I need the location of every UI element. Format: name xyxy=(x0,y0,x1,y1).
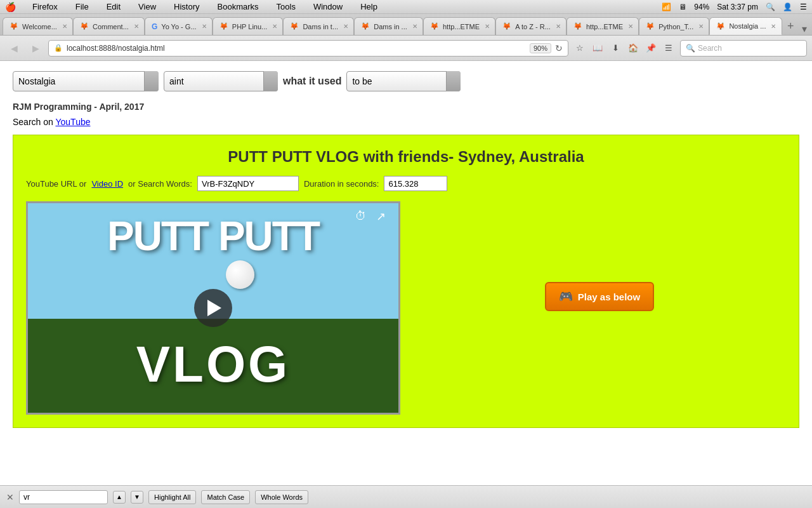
menu-edit[interactable]: Edit xyxy=(103,2,124,11)
verb-select-wrapper: aint ▲▼ xyxy=(164,71,278,91)
tab-favicon: 🦊 xyxy=(502,22,511,30)
tab-list-button[interactable]: ▾ xyxy=(799,23,809,35)
thumb-vlog: VLOG xyxy=(28,335,398,394)
reload-button[interactable]: ↻ xyxy=(555,43,563,53)
new-tab-button[interactable]: + xyxy=(782,17,799,35)
apple-menu[interactable]: 🍎 xyxy=(5,2,16,12)
menu-window[interactable]: Window xyxy=(310,2,346,11)
menu-view[interactable]: View xyxy=(134,2,160,11)
menu-tools[interactable]: Tools xyxy=(273,2,299,11)
tab-favicon-g: G xyxy=(152,22,157,31)
forward-button[interactable]: ▶ xyxy=(27,39,44,57)
search-bar[interactable]: 🔍 Search xyxy=(680,40,807,57)
tab-close-http1[interactable]: ✕ xyxy=(485,23,490,30)
tab-favicon: 🦊 xyxy=(290,22,299,30)
menu-list-icon[interactable]: ☰ xyxy=(800,3,807,11)
tab-close-welcome[interactable]: ✕ xyxy=(62,23,67,30)
tab-favicon: 🦊 xyxy=(716,22,725,30)
video-section: PUTT PUTT VLOG with friends- Sydney, Aus… xyxy=(13,135,799,428)
tab-dams1[interactable]: 🦊 Dams in t... ✕ xyxy=(283,17,354,35)
tab-python[interactable]: 🦊 Python_T... ✕ xyxy=(639,17,709,35)
duration-label: Duration in seconds: xyxy=(304,179,379,189)
duration-input[interactable] xyxy=(384,176,447,191)
tab-close-dams1[interactable]: ✕ xyxy=(343,23,348,30)
verb-select[interactable]: aint xyxy=(164,71,278,91)
tab-close-dams2[interactable]: ✕ xyxy=(412,23,417,30)
youtube-link-row: Search on YouTube xyxy=(13,117,799,127)
hamburger-menu[interactable]: ☰ xyxy=(661,41,676,56)
menu-bookmarks[interactable]: Bookmarks xyxy=(214,2,263,11)
menu-file[interactable]: File xyxy=(72,2,93,11)
lock-icon: 🔒 xyxy=(54,44,63,52)
video-title: PUTT PUTT VLOG with friends- Sydney, Aus… xyxy=(26,148,786,166)
highlight-all-button[interactable]: Highlight All xyxy=(148,490,196,504)
tab-atoz[interactable]: 🦊 A to Z - R... ✕ xyxy=(495,17,566,35)
find-prev-button[interactable]: ▲ xyxy=(113,491,126,504)
menu-help[interactable]: Help xyxy=(357,2,381,11)
home-button[interactable]: 🏠 xyxy=(625,41,641,56)
clock: Sat 3:37 pm xyxy=(717,3,758,11)
play-btn-label: Play as below xyxy=(578,291,640,302)
tab-google[interactable]: G Yo Yo - G... ✕ xyxy=(145,17,213,35)
search-icon: 🔍 xyxy=(686,44,695,53)
match-case-button[interactable]: Match Case xyxy=(201,490,250,504)
reading-mode-icon[interactable]: 📖 xyxy=(590,41,605,56)
address-bar[interactable]: 🔒 localhost:8888/nostalgia.html 90% ↻ xyxy=(48,40,568,57)
bookmark-star-icon[interactable]: ☆ xyxy=(572,41,587,56)
share-icon: ↗ xyxy=(376,210,386,224)
tab-close-php[interactable]: ✕ xyxy=(272,23,277,30)
gamepad-icon: 🎮 xyxy=(559,290,573,304)
menu-firefox[interactable]: Firefox xyxy=(29,2,62,11)
user-icon[interactable]: 👤 xyxy=(783,3,792,11)
menu-history[interactable]: History xyxy=(170,2,203,11)
menubar: 🍎 Firefox File Edit View History Bookmar… xyxy=(0,0,812,14)
tab-close-atoz[interactable]: ✕ xyxy=(556,23,561,30)
play-as-below-button[interactable]: 🎮 Play as below xyxy=(545,282,654,311)
screen-icon: 🖥 xyxy=(679,3,686,11)
navigation-bar: ◀ ▶ 🔒 localhost:8888/nostalgia.html 90% … xyxy=(0,36,812,61)
video-thumbnail-wrapper: PUTT PUTT VLOG ⏱ ↗ xyxy=(26,201,400,415)
tab-favicon: 🦊 xyxy=(646,22,655,30)
controls-row: Nostalgia ▲▼ aint ▲▼ what it used to be … xyxy=(13,71,799,91)
zoom-level[interactable]: 90% xyxy=(530,43,551,53)
tab-favicon: 🦊 xyxy=(10,22,18,30)
find-toolbar: ✕ ▲ ▼ Highlight All Match Case Whole Wor… xyxy=(0,485,812,508)
category-select[interactable]: Nostalgia xyxy=(13,71,159,91)
tab-nostalgia[interactable]: 🦊 Nostalgia ... ✕ xyxy=(709,17,782,35)
page-author: RJM Programming - April, 2017 xyxy=(13,102,799,112)
play-button[interactable] xyxy=(194,289,232,327)
tab-favicon: 🦊 xyxy=(361,22,370,30)
tab-comment[interactable]: 🦊 Comment... ✕ xyxy=(73,17,145,35)
whole-words-button[interactable]: Whole Words xyxy=(255,490,308,504)
tab-close-http2[interactable]: ✕ xyxy=(628,23,633,30)
page-content: Nostalgia ▲▼ aint ▲▼ what it used to be … xyxy=(0,61,812,485)
tobe-select[interactable]: to be xyxy=(346,71,461,91)
tab-close-python[interactable]: ✕ xyxy=(698,23,704,30)
video-url-row: YouTube URL or Video ID or Search Words:… xyxy=(26,176,786,191)
url-label: YouTube URL or xyxy=(26,179,86,189)
tab-welcome[interactable]: 🦊 Welcome... ✕ xyxy=(3,17,73,35)
youtube-link[interactable]: YouTube xyxy=(55,117,90,127)
find-close-button[interactable]: ✕ xyxy=(6,492,14,502)
tab-close-nostalgia[interactable]: ✕ xyxy=(771,23,776,30)
video-id-link[interactable]: Video ID xyxy=(91,179,123,189)
back-button[interactable]: ◀ xyxy=(5,39,23,57)
tab-favicon: 🦊 xyxy=(430,22,439,30)
golf-ball xyxy=(226,260,254,289)
tab-close-comment[interactable]: ✕ xyxy=(134,23,139,30)
tab-http2[interactable]: 🦊 http...ETME ✕ xyxy=(566,17,639,35)
tab-dams2[interactable]: 🦊 Dams in ... ✕ xyxy=(354,17,423,35)
download-icon[interactable]: ⬇ xyxy=(608,41,623,56)
find-input[interactable] xyxy=(19,490,108,504)
category-select-wrapper: Nostalgia ▲▼ xyxy=(13,71,159,91)
tab-favicon: 🦊 xyxy=(80,22,89,30)
pocket-icon[interactable]: 📌 xyxy=(643,41,658,56)
video-id-input[interactable] xyxy=(197,176,299,191)
find-next-button[interactable]: ▼ xyxy=(131,491,143,504)
search-icon[interactable]: 🔍 xyxy=(766,3,775,11)
tab-php[interactable]: 🦊 PHP Linu... ✕ xyxy=(213,17,284,35)
tab-http1[interactable]: 🦊 http...ETME ✕ xyxy=(423,17,495,35)
tobe-select-wrapper: to be ▲▼ xyxy=(346,71,461,91)
tab-close-google[interactable]: ✕ xyxy=(202,23,207,30)
tab-favicon: 🦊 xyxy=(219,22,228,30)
